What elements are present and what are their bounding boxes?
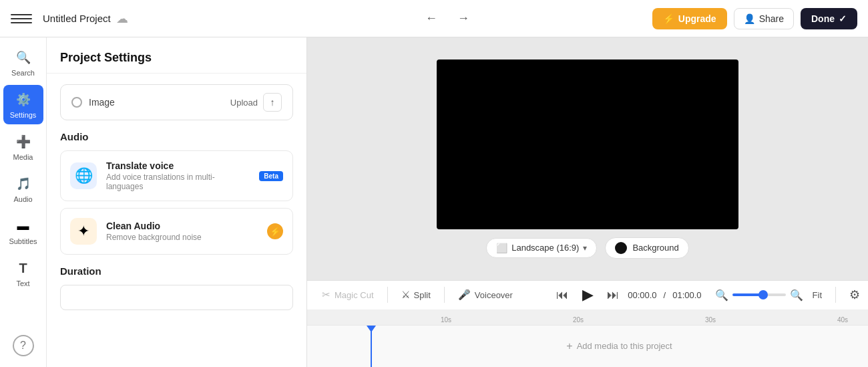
zoom-out-button[interactable]: 🔍 xyxy=(715,289,728,301)
settings-panel: Project Settings Image Upload ↑ Audio xyxy=(47,37,307,367)
ruler-mark-20s: 20s xyxy=(573,316,584,324)
settings-title: Project Settings xyxy=(60,51,293,65)
sidebar-item-audio[interactable]: 🎵 Audio xyxy=(3,169,43,209)
add-media-row[interactable]: + Add media to this project xyxy=(371,326,868,367)
beta-badge: Beta xyxy=(259,171,283,181)
ruler-mark-10s: 10s xyxy=(441,316,451,324)
translate-voice-card[interactable]: 🌐 Translate voice Add voice translations… xyxy=(60,150,293,201)
main-content: 🔍 Search ⚙️ Settings ➕ Media 🎵 Audio ▬ S… xyxy=(0,37,868,367)
topbar: Untitled Project ☁ ← → ⚡ Upgrade 👤 Share… xyxy=(0,0,868,37)
ruler-mark-30s: 30s xyxy=(705,316,716,324)
landscape-button[interactable]: ⬜ Landscape (16:9) ▾ xyxy=(486,238,597,258)
sidebar-item-subtitles[interactable]: ▬ Subtitles xyxy=(3,211,43,251)
image-upload-row: Image Upload ↑ xyxy=(60,84,293,120)
share-icon: 👤 xyxy=(744,13,755,24)
translate-voice-desc: Add voice translations in multi-language… xyxy=(106,172,250,191)
sidebar-item-media[interactable]: ➕ Media xyxy=(3,127,43,166)
duration-section-title: Duration xyxy=(60,265,293,277)
ruler-marks-row: 10s 20s 30s 40s 50s 1m xyxy=(307,310,868,325)
toolbar-separator-3 xyxy=(835,287,836,303)
text-icon: T xyxy=(14,259,33,277)
background-button[interactable]: Background xyxy=(605,237,688,259)
image-option: Image xyxy=(71,97,115,108)
image-label: Image xyxy=(89,97,115,108)
time-current: 00:00.0 xyxy=(628,290,656,300)
sidebar: 🔍 Search ⚙️ Settings ➕ Media 🎵 Audio ▬ S… xyxy=(0,37,47,367)
playback-section: ⏮ ▶ ⏭ 00:00.0 / 01:00.0 xyxy=(553,284,701,305)
redo-button[interactable]: → xyxy=(453,8,474,29)
clean-audio-name: Clean Audio xyxy=(106,221,258,231)
lightning-icon: ⚡ xyxy=(663,13,674,24)
ruler-mark-40s: 40s xyxy=(837,316,848,324)
sidebar-item-text[interactable]: T Text xyxy=(3,253,43,293)
background-label: Background xyxy=(632,243,678,253)
split-button[interactable]: ⚔ Split xyxy=(395,285,437,305)
playhead xyxy=(371,326,372,367)
zoom-section: 🔍 🔍 Fit ⚙ xyxy=(715,287,860,303)
split-icon: ⚔ xyxy=(401,289,410,301)
skip-back-button[interactable]: ⏮ xyxy=(553,285,572,304)
duration-input[interactable] xyxy=(60,285,293,310)
play-button[interactable]: ▶ xyxy=(577,284,598,305)
timeline-ruler: 10s 20s 30s 40s 50s 1m + Add media to th… xyxy=(307,310,868,367)
sidebar-item-search[interactable]: 🔍 Search xyxy=(3,43,43,82)
settings-icon: ⚙️ xyxy=(14,90,33,109)
time-separator: / xyxy=(664,290,666,300)
media-add-icon: ➕ xyxy=(14,132,33,151)
timeline-track[interactable]: + Add media to this project xyxy=(307,325,868,367)
topbar-actions: ⚡ Upgrade 👤 Share Done ✓ xyxy=(652,8,857,29)
video-preview xyxy=(437,59,738,229)
zoom-slider[interactable] xyxy=(732,293,786,296)
done-button[interactable]: Done ✓ xyxy=(801,8,857,29)
help-icon: ? xyxy=(20,340,26,352)
timeline-toolbar: ✂ Magic Cut ⚔ Split 🎤 Voiceover ⏮ ▶ ⏭ xyxy=(307,281,868,310)
upload-arrow-icon: ↑ xyxy=(270,97,275,108)
chevron-down-icon: ▾ xyxy=(583,243,587,253)
help-button[interactable]: ? xyxy=(13,335,34,356)
voiceover-button[interactable]: 🎤 Voiceover xyxy=(451,285,519,305)
background-color-swatch xyxy=(615,242,627,254)
preview-area: ⬜ Landscape (16:9) ▾ Background xyxy=(307,37,868,280)
image-radio[interactable] xyxy=(71,97,82,108)
audio-section-title: Audio xyxy=(60,131,293,142)
check-icon: ✓ xyxy=(839,13,847,24)
toolbar-separator-1 xyxy=(387,287,388,303)
zoom-in-button[interactable]: 🔍 xyxy=(790,289,803,301)
title-section: Untitled Project ☁ xyxy=(37,11,242,26)
clean-audio-card[interactable]: ✦ Clean Audio Remove background noise ⚡ xyxy=(60,208,293,255)
sidebar-item-settings[interactable]: ⚙️ Settings xyxy=(3,85,43,124)
settings-header: Project Settings xyxy=(47,37,306,74)
add-media-label: Add media to this project xyxy=(577,341,672,351)
timeline-area: ✂ Magic Cut ⚔ Split 🎤 Voiceover ⏮ ▶ ⏭ xyxy=(307,280,868,367)
upgrade-badge: ⚡ xyxy=(267,223,283,239)
landscape-label: Landscape (16:9) xyxy=(511,243,579,253)
menu-button[interactable] xyxy=(11,8,32,29)
upgrade-button[interactable]: ⚡ Upgrade xyxy=(652,8,727,29)
subtitles-icon: ▬ xyxy=(14,217,33,235)
settings-body[interactable]: Image Upload ↑ Audio 🌐 Translate voice A… xyxy=(47,74,306,367)
translate-voice-name: Translate voice xyxy=(106,160,250,171)
microphone-icon: 🎤 xyxy=(458,289,471,301)
timeline-settings-icon[interactable]: ⚙ xyxy=(849,287,860,302)
upload-controls: Upload ↑ xyxy=(230,93,282,112)
translate-voice-text: Translate voice Add voice translations i… xyxy=(106,160,250,191)
right-section: ⬜ Landscape (16:9) ▾ Background ✂ Magic … xyxy=(307,37,868,367)
search-icon: 🔍 xyxy=(14,48,33,67)
fit-button[interactable]: Fit xyxy=(807,287,827,303)
upload-icon-button[interactable]: ↑ xyxy=(263,93,282,112)
magic-cut-icon: ✂ xyxy=(322,289,331,301)
translate-icon: 🌐 xyxy=(70,162,97,189)
time-total: 01:00.0 xyxy=(672,290,701,300)
clean-audio-text: Clean Audio Remove background noise xyxy=(106,221,258,242)
magic-cut-button[interactable]: ✂ Magic Cut xyxy=(315,285,381,305)
clean-audio-icon: ✦ xyxy=(70,218,97,245)
upload-button[interactable]: Upload xyxy=(230,98,258,108)
undo-button[interactable]: ← xyxy=(421,8,442,29)
topbar-center: ← → xyxy=(248,8,647,29)
audio-icon: 🎵 xyxy=(14,174,33,193)
cloud-icon: ☁ xyxy=(116,11,128,26)
share-button[interactable]: 👤 Share xyxy=(734,8,794,29)
skip-forward-button[interactable]: ⏭ xyxy=(604,285,622,304)
landscape-icon: ⬜ xyxy=(496,243,507,253)
add-plus-icon: + xyxy=(566,340,572,352)
